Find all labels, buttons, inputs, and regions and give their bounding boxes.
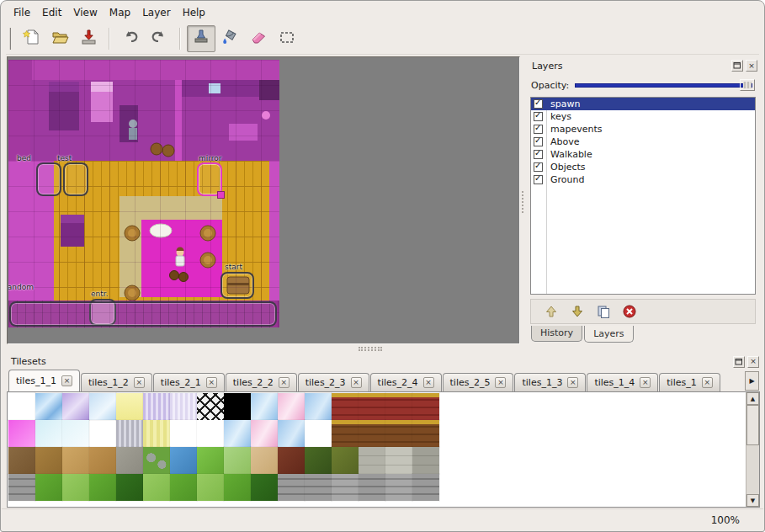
layer-visibility-checkbox[interactable]: ✓ [534, 125, 543, 134]
vertical-splitter[interactable] [520, 56, 526, 344]
tab-history[interactable]: History [531, 326, 582, 342]
toolbar-drag-handle[interactable] [9, 28, 13, 50]
tile[interactable] [35, 447, 62, 474]
tileset-tab-tiles_1[interactable]: tiles_1× [659, 373, 720, 391]
tab-close-button[interactable]: × [134, 377, 145, 388]
layer-row-mapevents[interactable]: ✓mapevents [531, 123, 755, 136]
map-object-selection[interactable] [197, 162, 222, 196]
bucket-fill-tool-button[interactable] [215, 25, 244, 52]
close-dock-button[interactable]: × [747, 356, 759, 368]
tile[interactable] [251, 447, 278, 474]
tile[interactable] [35, 474, 62, 501]
tile[interactable] [62, 393, 89, 420]
tileset-tab-tiles_1_1[interactable]: tiles_1_1× [8, 370, 80, 391]
tileset-scrollbar[interactable]: ▲ ▼ [746, 392, 759, 507]
tile[interactable] [412, 447, 439, 474]
tile[interactable] [332, 447, 359, 474]
tile[interactable] [143, 420, 170, 447]
layer-row-Walkable[interactable]: ✓Walkable [531, 148, 755, 161]
eraser-tool-button[interactable] [244, 25, 273, 52]
close-dock-button[interactable]: × [746, 60, 757, 72]
tile[interactable] [305, 420, 332, 447]
tile[interactable] [251, 393, 278, 420]
tile[interactable] [251, 474, 278, 501]
tile[interactable] [305, 474, 332, 501]
save-map-button[interactable] [74, 25, 103, 52]
tile[interactable] [143, 474, 170, 501]
tile[interactable] [359, 393, 385, 420]
tab-close-button[interactable]: × [423, 377, 434, 388]
scrollbar-thumb[interactable] [746, 405, 759, 445]
tileset-tab-tiles_2_1[interactable]: tiles_2_1× [153, 373, 225, 391]
tile[interactable] [170, 393, 197, 420]
tile[interactable] [8, 420, 35, 447]
layer-visibility-checkbox[interactable]: ✓ [534, 150, 543, 159]
opacity-slider[interactable] [575, 78, 755, 92]
tileset-tab-tiles_2_5[interactable]: tiles_2_5× [443, 373, 514, 391]
tile[interactable] [412, 393, 439, 420]
tile[interactable] [278, 393, 305, 420]
redo-button[interactable] [145, 25, 173, 52]
tile[interactable] [116, 474, 143, 501]
map-canvas[interactable]: bedtestmirrorstartentr.random [8, 60, 279, 327]
menu-item-map[interactable]: Map [104, 5, 136, 20]
tile[interactable] [332, 474, 359, 501]
menu-item-layer[interactable]: Layer [136, 5, 176, 20]
duplicate-layer-button[interactable] [593, 301, 614, 322]
tile[interactable] [385, 474, 412, 501]
tile[interactable] [8, 447, 35, 474]
float-dock-button[interactable] [733, 356, 745, 368]
tile[interactable] [143, 393, 170, 420]
tab-close-button[interactable]: × [206, 377, 217, 388]
tile[interactable] [385, 447, 412, 474]
tileset-tab-tiles_2_4[interactable]: tiles_2_4× [370, 373, 442, 391]
tab-scroll-right-button[interactable]: ▶ [745, 371, 759, 391]
tile[interactable] [170, 420, 197, 447]
tile[interactable] [385, 393, 412, 420]
layer-row-Objects[interactable]: ✓Objects [531, 161, 755, 173]
tile[interactable] [224, 393, 251, 420]
remove-layer-button[interactable] [619, 301, 640, 322]
layer-visibility-checkbox[interactable]: ✓ [534, 162, 543, 172]
tile[interactable] [197, 420, 224, 447]
open-map-button[interactable] [45, 25, 74, 52]
map-view[interactable]: bedtestmirrorstartentr.random [7, 56, 520, 344]
tile[interactable] [197, 393, 224, 420]
tile[interactable] [8, 393, 35, 420]
layer-list[interactable]: ✓spawn✓keys✓mapevents✓Above✓Walkable✓Obj… [530, 97, 756, 295]
tileset-tab-tiles_2_3[interactable]: tiles_2_3× [298, 373, 369, 391]
tile[interactable] [143, 447, 170, 474]
tile[interactable] [116, 393, 143, 420]
tab-layers[interactable]: Layers [584, 326, 633, 343]
map-object-selection[interactable] [36, 162, 61, 196]
tile[interactable] [224, 447, 251, 474]
tile[interactable] [89, 447, 116, 474]
scroll-down-button[interactable]: ▼ [746, 494, 759, 507]
scroll-up-button[interactable]: ▲ [746, 392, 759, 405]
raise-layer-button[interactable] [541, 301, 561, 322]
tile[interactable] [62, 447, 89, 474]
layer-row-spawn[interactable]: ✓spawn [531, 98, 755, 110]
float-dock-button[interactable] [731, 60, 743, 72]
layer-row-Above[interactable]: ✓Above [531, 136, 755, 148]
tab-close-button[interactable]: × [567, 377, 578, 388]
tab-close-button[interactable]: × [702, 377, 713, 388]
layer-visibility-checkbox[interactable]: ✓ [534, 99, 543, 109]
tile[interactable] [412, 474, 439, 501]
map-object-selection[interactable] [63, 162, 88, 196]
tile[interactable] [305, 447, 332, 474]
tile[interactable] [224, 420, 251, 447]
layer-visibility-checkbox[interactable]: ✓ [534, 137, 543, 146]
tile[interactable] [278, 474, 305, 501]
tab-close-button[interactable]: × [279, 377, 290, 388]
tile[interactable] [89, 393, 116, 420]
tile[interactable] [89, 420, 116, 447]
tileset-tab-tiles_1_2[interactable]: tiles_1_2× [81, 373, 152, 391]
menu-item-help[interactable]: Help [177, 5, 211, 20]
tile[interactable] [278, 420, 305, 447]
stamp-brush-tool-button[interactable] [187, 25, 215, 52]
layer-visibility-checkbox[interactable]: ✓ [534, 175, 543, 184]
tile[interactable] [89, 474, 116, 501]
tile[interactable] [251, 420, 278, 447]
tile[interactable] [62, 420, 89, 447]
